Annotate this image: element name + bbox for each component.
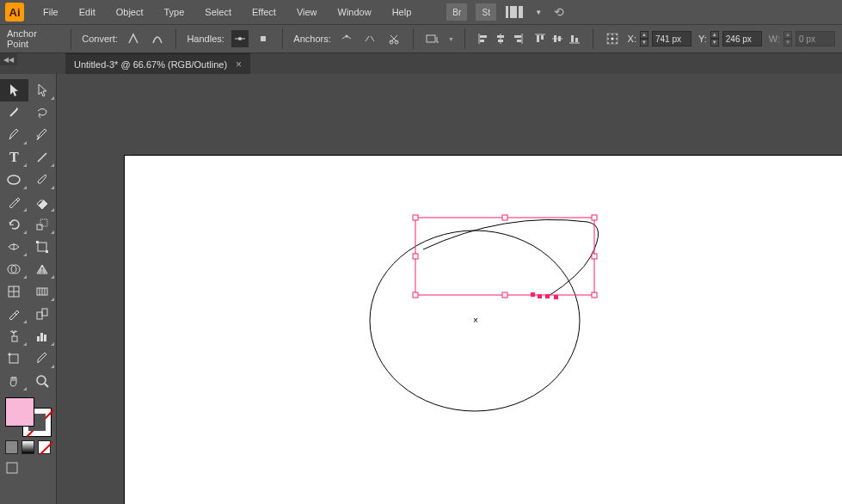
- selection-handle[interactable]: [592, 292, 597, 298]
- app-logo: Ai: [5, 3, 24, 22]
- align-left-icon[interactable]: [476, 31, 491, 46]
- selection-handle[interactable]: [413, 254, 418, 259]
- selection-handle[interactable]: [413, 215, 418, 220]
- handles-show-icon[interactable]: [231, 30, 249, 47]
- svg-point-37: [8, 175, 20, 184]
- cut-path-icon[interactable]: [385, 30, 403, 47]
- selection-handle[interactable]: [502, 215, 507, 220]
- selection-handle[interactable]: [502, 292, 507, 298]
- remove-anchor-icon[interactable]: [338, 30, 355, 47]
- svg-rect-39: [40, 219, 47, 226]
- y-input[interactable]: [722, 31, 762, 46]
- anchor-point-icon[interactable]: [538, 294, 542, 298]
- ellipse-tool[interactable]: [0, 169, 28, 191]
- anchor-point-icon[interactable]: [531, 292, 535, 297]
- gradient-tool[interactable]: [28, 280, 57, 303]
- selection-handle[interactable]: [592, 254, 597, 259]
- free-transform-tool[interactable]: [28, 236, 57, 258]
- gpu-icon[interactable]: ⟲: [554, 5, 564, 19]
- svg-rect-18: [541, 35, 544, 40]
- svg-rect-57: [40, 333, 43, 341]
- svg-point-32: [607, 42, 609, 44]
- selection-handle[interactable]: [592, 215, 597, 220]
- chevron-down-icon[interactable]: ▼: [535, 9, 542, 16]
- align-vcenter-icon[interactable]: [550, 31, 565, 46]
- direct-selection-tool[interactable]: [28, 79, 57, 101]
- handles-label: Handles:: [187, 34, 224, 44]
- tab-close-icon[interactable]: ×: [236, 58, 242, 71]
- fill-swatch[interactable]: [5, 397, 34, 427]
- menu-view[interactable]: View: [288, 3, 326, 21]
- menu-window[interactable]: Window: [329, 3, 380, 21]
- convert-corner-icon[interactable]: [125, 30, 142, 47]
- handles-hide-icon[interactable]: [255, 30, 273, 47]
- menu-help[interactable]: Help: [384, 3, 421, 21]
- selection-handle[interactable]: [413, 292, 418, 298]
- gradient-mode-icon[interactable]: [22, 440, 34, 454]
- eraser-tool[interactable]: [28, 191, 57, 213]
- rotate-tool[interactable]: [0, 213, 28, 236]
- convert-smooth-icon[interactable]: [149, 30, 166, 47]
- shape-builder-tool[interactable]: [0, 258, 28, 280]
- align-top-icon[interactable]: [532, 31, 548, 46]
- svg-rect-23: [571, 35, 574, 42]
- hand-tool[interactable]: [0, 370, 28, 392]
- convert-label: Convert:: [82, 34, 118, 44]
- menu-file[interactable]: File: [34, 3, 67, 21]
- eyedropper-tool[interactable]: [0, 303, 28, 325]
- arrange-documents-icon[interactable]: [506, 4, 528, 20]
- align-right-icon[interactable]: [510, 31, 525, 46]
- pencil-tool[interactable]: [0, 191, 28, 213]
- pen-tool[interactable]: [0, 124, 28, 146]
- scale-tool[interactable]: [28, 213, 57, 236]
- panel-collapse-toggle[interactable]: ◀◀: [0, 53, 17, 65]
- mesh-tool[interactable]: [0, 280, 28, 303]
- reference-point-icon[interactable]: [604, 30, 621, 47]
- zoom-tool[interactable]: [28, 370, 57, 392]
- menu-select[interactable]: Select: [196, 3, 240, 21]
- anchor-point-icon[interactable]: [554, 295, 558, 299]
- line-tool[interactable]: [28, 146, 57, 169]
- canvas-area[interactable]: ×: [57, 74, 842, 504]
- align-hcenter-icon[interactable]: [493, 31, 508, 46]
- symbol-sprayer-tool[interactable]: [0, 325, 28, 347]
- draw-mode-icon[interactable]: [5, 461, 19, 476]
- menu-type[interactable]: Type: [156, 3, 194, 21]
- column-graph-tool[interactable]: [28, 325, 57, 347]
- stock-button[interactable]: St: [476, 3, 496, 21]
- anchor-point-icon[interactable]: [545, 294, 550, 298]
- connect-anchor-icon[interactable]: [362, 30, 379, 47]
- svg-point-28: [616, 34, 618, 35]
- slice-tool[interactable]: [28, 347, 57, 370]
- curvature-tool[interactable]: [28, 124, 57, 146]
- selection-tool[interactable]: [0, 79, 28, 101]
- svg-point-30: [611, 38, 613, 40]
- anchor-point-label: Anchor Point: [7, 28, 60, 49]
- align-bottom-icon[interactable]: [567, 31, 582, 46]
- blend-tool[interactable]: [28, 303, 57, 325]
- none-mode-icon[interactable]: [38, 440, 51, 454]
- artboard-tool[interactable]: [0, 347, 28, 370]
- document-tab[interactable]: Untitled-3* @ 66.67% (RGB/Outline) ×: [65, 53, 250, 74]
- curve-path[interactable]: [423, 219, 599, 296]
- chevron-down-icon[interactable]: ▼: [448, 36, 454, 42]
- type-tool[interactable]: T: [0, 146, 28, 169]
- perspective-grid-tool[interactable]: [28, 258, 57, 280]
- x-input[interactable]: [652, 31, 691, 46]
- fill-stroke-swatch[interactable]: [5, 397, 52, 437]
- menu-object[interactable]: Object: [108, 3, 152, 21]
- menu-edit[interactable]: Edit: [71, 3, 104, 21]
- paintbrush-tool[interactable]: [28, 169, 57, 191]
- width-tool[interactable]: [0, 236, 28, 258]
- menu-effect[interactable]: Effect: [243, 3, 285, 21]
- isolate-icon[interactable]: [424, 30, 441, 47]
- svg-rect-20: [554, 35, 556, 42]
- lasso-tool[interactable]: [28, 101, 57, 124]
- y-spinner[interactable]: ▲▼: [710, 31, 719, 46]
- magic-wand-tool[interactable]: [0, 101, 28, 124]
- bridge-button[interactable]: Br: [446, 3, 467, 21]
- color-mode-icon[interactable]: [5, 440, 18, 454]
- w-input: [796, 31, 835, 46]
- align-horizontal-group: [476, 31, 525, 46]
- x-spinner[interactable]: ▲▼: [640, 31, 648, 46]
